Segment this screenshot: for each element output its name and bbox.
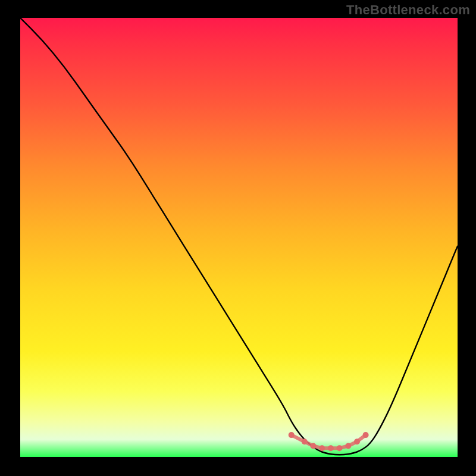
sweet-spot-dot [363, 432, 369, 438]
sweet-spot-dot [354, 439, 360, 444]
sweet-spot-dot [345, 443, 351, 449]
sweet-spot-dot [289, 432, 295, 438]
chart-frame: TheBottleneck.com [0, 0, 476, 476]
curve-layer [20, 18, 458, 457]
sweet-spot-dot [311, 443, 317, 449]
watermark-text: TheBottleneck.com [346, 2, 470, 18]
bottleneck-curve-path [20, 18, 458, 455]
sweet-spot-dot [337, 445, 343, 451]
sweet-spot-dot [328, 445, 334, 451]
plot-area [20, 18, 458, 457]
sweet-spot-dot [302, 439, 308, 444]
sweet-spot-dot [319, 445, 325, 451]
